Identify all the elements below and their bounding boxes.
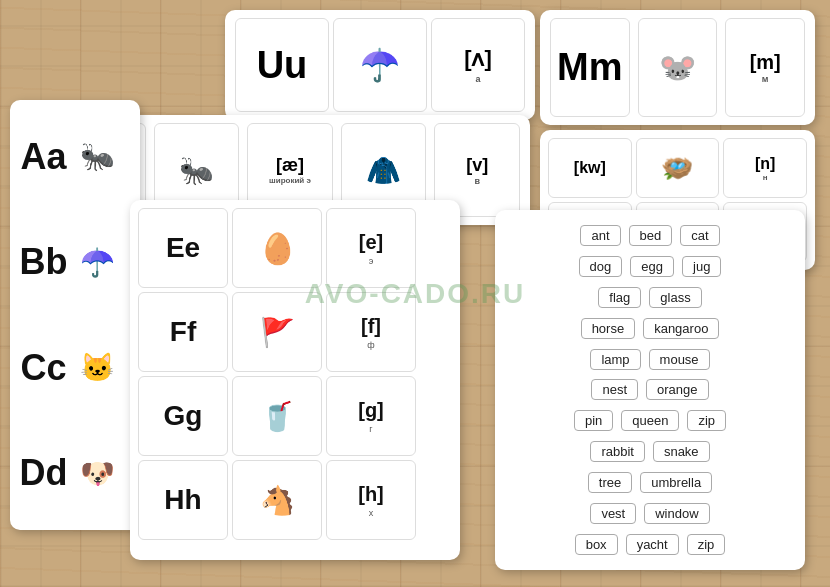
word-snake: snake (653, 441, 710, 462)
e-phonetic: [e] э (326, 208, 416, 288)
word-mouse: mouse (649, 349, 710, 370)
uu-letter: Uu (235, 18, 329, 112)
umbrella-icon: ☂️ (75, 240, 120, 285)
h-phonetic: [h] х (326, 460, 416, 540)
word-zip1: zip (687, 410, 726, 431)
uu-icon: ☂️ (333, 18, 427, 112)
ff-letter: Ff (138, 292, 228, 372)
word-queen: queen (621, 410, 679, 431)
row-cc: Cc 🐱 (16, 317, 134, 419)
word-pin: pin (574, 410, 613, 431)
word-horse: horse (581, 318, 636, 339)
n-phonetic: [n] н (723, 138, 807, 198)
row-aa: Aa 🐜 (16, 106, 134, 208)
egg-icon: 🥚 (232, 208, 322, 288)
ee-letter: Ee (138, 208, 228, 288)
word-box: box (575, 534, 618, 555)
bb-big: Bb (16, 244, 71, 280)
word-nest: nest (591, 379, 638, 400)
word-ant: ant (580, 225, 620, 246)
card-mm: Mm 🐭 [m] м (540, 10, 815, 125)
word-egg: egg (630, 256, 674, 277)
cc-big: Cc (16, 350, 71, 386)
word-window: window (644, 503, 709, 524)
word-row-5: lamp mouse (505, 345, 795, 373)
hh-letter: Hh (138, 460, 228, 540)
word-orange: orange (646, 379, 708, 400)
word-row-4: horse kangaroo (505, 314, 795, 342)
kw-nest-icon: 🪺 (636, 138, 720, 198)
word-row-11: box yacht zip (505, 530, 795, 558)
word-bed: bed (629, 225, 673, 246)
card-efgh: Ee 🥚 [e] э Ff 🚩 [f] ф Gg 🥤 [g] г Hh 🐴 [h… (130, 200, 460, 560)
mm-icon: 🐭 (638, 18, 718, 117)
word-row-8: rabbit snake (505, 438, 795, 466)
word-tree: tree (588, 472, 632, 493)
card-abcd: Aa 🐜 Bb ☂️ Cc 🐱 Dd 🐶 (10, 100, 140, 530)
word-row-2: dog egg jug (505, 253, 795, 281)
word-row-1: ant bed cat (505, 222, 795, 250)
word-rabbit: rabbit (590, 441, 645, 462)
word-lamp: lamp (590, 349, 640, 370)
word-vest: vest (590, 503, 636, 524)
aa-big: Aa (16, 139, 71, 175)
dog-icon: 🐶 (75, 451, 120, 496)
word-row-3: flag glass (505, 284, 795, 312)
mm-letter: Mm (550, 18, 630, 117)
ant-icon: 🐜 (75, 134, 120, 179)
mm-phonetic: [m] м (725, 18, 805, 117)
word-dog: dog (579, 256, 623, 277)
row-dd: Dd 🐶 (16, 423, 134, 525)
f-phonetic: [f] ф (326, 292, 416, 372)
flag-icon: 🚩 (232, 292, 322, 372)
word-glass: glass (649, 287, 701, 308)
row-bb: Bb ☂️ (16, 212, 134, 314)
uu-phonetic: [ʌ] а (431, 18, 525, 112)
dd-big: Dd (16, 455, 71, 491)
card-words: ant bed cat dog egg jug flag glass horse… (495, 210, 805, 570)
word-row-6: nest orange (505, 376, 795, 404)
kw-phonetic: [kw] (548, 138, 632, 198)
glass-icon: 🥤 (232, 376, 322, 456)
g-phonetic: [g] г (326, 376, 416, 456)
word-yacht: yacht (626, 534, 679, 555)
word-zip2: zip (687, 534, 726, 555)
word-row-7: pin queen zip (505, 407, 795, 435)
word-row-10: vest window (505, 499, 795, 527)
horse-icon: 🐴 (232, 460, 322, 540)
word-flag: flag (598, 287, 641, 308)
word-cat: cat (680, 225, 719, 246)
word-kangaroo: kangaroo (643, 318, 719, 339)
card-uu: Uu ☂️ [ʌ] а (225, 10, 535, 120)
word-jug: jug (682, 256, 721, 277)
gg-letter: Gg (138, 376, 228, 456)
word-umbrella: umbrella (640, 472, 712, 493)
word-row-9: tree umbrella (505, 469, 795, 497)
cat-icon: 🐱 (75, 345, 120, 390)
